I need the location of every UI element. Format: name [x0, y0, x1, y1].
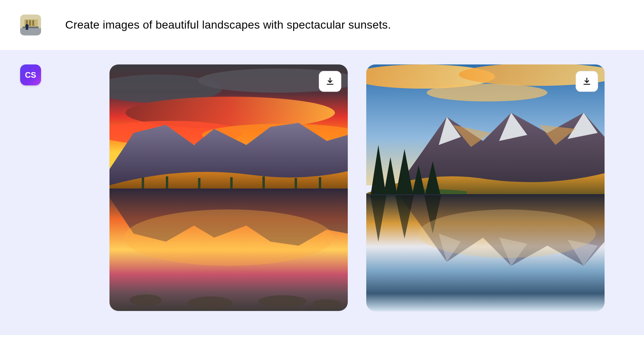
image-gallery: [109, 64, 605, 311]
generated-image-card: [366, 64, 605, 311]
user-avatar: [20, 14, 41, 35]
user-message-text: Create images of beautiful landscapes wi…: [65, 19, 391, 31]
assistant-response-row: CS: [0, 50, 644, 335]
svg-rect-15: [142, 177, 144, 189]
svg-point-31: [427, 84, 547, 101]
download-icon: [582, 77, 591, 86]
svg-rect-6: [32, 20, 34, 26]
svg-rect-19: [262, 176, 265, 189]
svg-rect-5: [29, 20, 31, 26]
generated-image-card: [109, 64, 348, 311]
generated-image: [109, 64, 348, 311]
download-button[interactable]: [319, 71, 341, 92]
svg-point-24: [130, 294, 162, 306]
svg-rect-2: [23, 27, 39, 28]
svg-rect-1: [20, 28, 41, 35]
user-message-row: Create images of beautiful landscapes wi…: [0, 0, 644, 50]
svg-rect-21: [319, 177, 321, 189]
download-button[interactable]: [576, 71, 598, 92]
svg-point-26: [258, 295, 307, 307]
svg-point-33: [419, 209, 596, 258]
svg-point-27: [313, 299, 341, 309]
svg-rect-8: [26, 27, 28, 30]
svg-rect-18: [230, 177, 233, 189]
assistant-avatar-label: CS: [25, 70, 36, 80]
download-icon: [326, 77, 334, 86]
assistant-avatar: CS: [20, 64, 41, 85]
generated-image: [366, 64, 605, 311]
svg-rect-17: [198, 178, 200, 189]
svg-rect-20: [295, 178, 297, 189]
svg-point-23: [124, 209, 333, 266]
svg-point-25: [188, 296, 232, 309]
svg-rect-16: [166, 176, 168, 189]
